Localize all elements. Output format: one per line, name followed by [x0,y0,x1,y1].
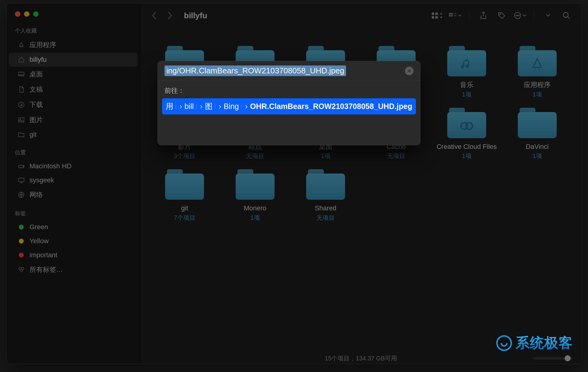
svg-rect-16 [451,13,453,14]
folder-name: Monero [244,204,267,212]
folder-name: Creative Cloud Files [437,142,497,151]
sidebar-item-图片[interactable]: 图片 [9,112,137,128]
desktop-icon [17,70,25,78]
sidebar-item-sysgeek[interactable]: sysgeek [9,173,137,187]
folder-item[interactable]: 应用程序1项 [504,46,571,99]
search-icon[interactable] [560,11,572,20]
locations-header: 位置 [6,149,140,159]
tag-dot-icon [17,223,25,231]
sidebar-item-所有标签…[interactable]: 所有标签… [9,262,137,277]
goto-suggestion[interactable]: 用›bill›图›Bing›OHR.ClamBears_ROW210370805… [162,98,416,114]
share-icon[interactable] [477,11,489,20]
sidebar-item-label: git [29,131,36,139]
folder-item-count: 1项 [462,90,471,99]
folder-item-count: 7个项目 [174,214,195,222]
app-store-icon [17,41,25,49]
svg-rect-17 [449,15,451,16]
sidebar-item-label: 网络 [29,190,43,199]
folder-item-count: 无项目 [246,152,264,160]
svg-point-31 [466,123,472,129]
folder-icon [165,169,204,200]
view-mode-icon[interactable] [431,11,443,20]
folder-item-count: 1项 [532,152,542,160]
svg-point-25 [519,15,519,16]
svg-point-24 [517,15,518,16]
folder-item[interactable]: Creative Cloud Files1项 [433,108,500,160]
folder-item-count: 1项 [462,152,471,160]
goto-label: 前往： [158,81,420,98]
folder-item-count: 1项 [321,152,330,160]
sidebar-item-label: sysgeek [29,176,54,184]
watermark-text: 系统极客 [516,334,573,353]
folder-icon [518,108,557,138]
svg-point-10 [20,269,22,272]
folder-item[interactable]: 音乐1项 [433,46,500,99]
folder-name: 音乐 [460,81,473,89]
folder-item-count: 无项目 [316,214,335,222]
toolbar: billyfu [140,3,582,28]
finder-window: 个人收藏 应用程序billyfu桌面文稿下载图片git 位置 Macintosh… [6,3,582,364]
folder-icon [236,169,275,200]
sidebar-item-green[interactable]: Green [9,220,137,234]
chevron-down-icon[interactable] [542,11,554,20]
folder-item[interactable]: Shared无项目 [292,169,359,222]
folder-icon [447,46,486,76]
tags-header: 标签 [6,210,140,220]
folder-icon [518,46,557,76]
svg-rect-18 [451,15,453,16]
folder-item-count: 1项 [250,214,260,222]
sidebar-item-label: 文稿 [29,85,43,94]
tag-dot-icon [17,237,25,245]
sidebar-item-important[interactable]: important [9,248,137,262]
tag-icon[interactable] [496,11,508,20]
sidebar-item-label: Green [29,223,48,231]
close-dot[interactable] [15,11,20,17]
all-tags-icon [17,266,25,274]
watermark-logo-icon [496,335,512,351]
nav-back-icon[interactable] [149,11,159,20]
sidebar-item-billyfu[interactable]: billyfu [9,53,137,67]
display-icon [17,176,25,184]
folder-icon [17,131,25,139]
globe-icon [17,191,25,199]
sidebar-item-label: 桌面 [29,70,43,79]
sidebar-item-应用程序[interactable]: 应用程序 [9,37,137,53]
folder-name: git [181,204,188,212]
folder-icon [447,108,486,138]
minimize-dot[interactable] [24,11,29,17]
goto-path-input[interactable]: ing/OHR.ClamBears_ROW2103708058_UHD.jpeg [164,65,346,76]
more-icon[interactable] [514,11,526,20]
nav-forward-icon[interactable] [165,11,175,20]
zoom-dot[interactable] [33,11,39,17]
folder-name: 应用程序 [524,81,551,89]
sidebar-item-网络[interactable]: 网络 [9,187,137,202]
icon-size-slider[interactable] [533,357,572,360]
document-icon [17,86,25,93]
folder-item[interactable]: Monero1项 [222,169,289,222]
toolbar-title: billyfu [184,11,207,20]
folder-item[interactable]: git7个项目 [151,169,218,222]
tag-dot-icon [17,251,25,259]
group-icon[interactable] [449,11,461,20]
folder-item[interactable]: DaVinci1项 [504,108,571,160]
svg-rect-13 [432,16,434,19]
svg-point-21 [500,14,501,15]
sidebar-item-下载[interactable]: 下载 [9,97,137,112]
content-pane: billyfu 音乐1项应用程序1项影片3个项目站点无项目桌面1项Cache无项… [140,3,582,364]
sidebar-item-git[interactable]: git [9,128,137,142]
svg-point-5 [23,166,23,167]
sidebar-item-桌面[interactable]: 桌面 [9,67,137,82]
watermark: 系统极客 [496,334,573,353]
svg-rect-11 [432,12,434,15]
sidebar-item-文稿[interactable]: 文稿 [9,82,137,97]
sidebar-item-yellow[interactable]: Yellow [9,234,137,248]
goto-folder-dialog: ing/OHR.ClamBears_ROW2103708058_UHD.jpeg… [157,61,420,145]
sidebar-item-macintosh hd[interactable]: Macintosh HD [9,159,137,173]
sidebar-item-label: 所有标签… [29,265,63,274]
folder-item-count: 3个项目 [174,152,195,160]
clear-input-icon[interactable]: ✕ [405,67,413,75]
traffic-lights [6,8,140,27]
svg-rect-14 [435,16,438,19]
sidebar-item-label: 下载 [29,100,43,109]
folder-name: Shared [315,204,337,212]
